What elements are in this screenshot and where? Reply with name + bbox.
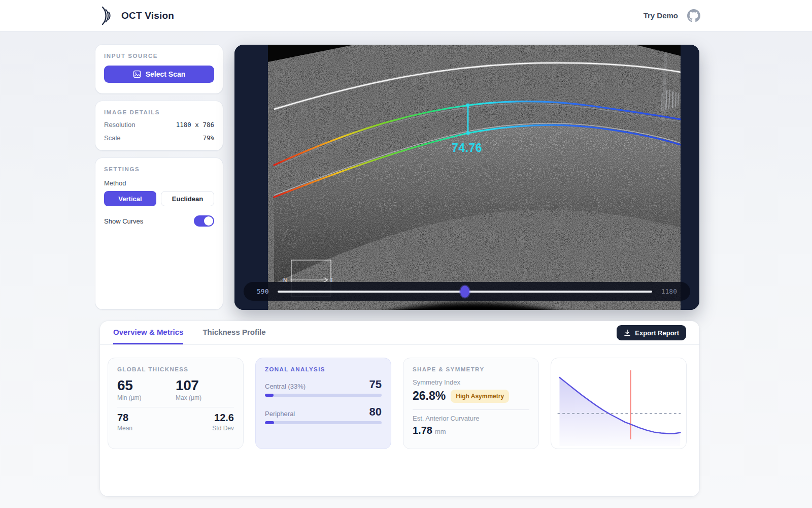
thickness-profile-area — [559, 377, 680, 446]
method-vertical-button[interactable]: Vertical — [104, 191, 156, 206]
scale-label: Scale — [104, 134, 121, 142]
shape-symmetry-title: SHAPE & SYMMETRY — [413, 366, 529, 372]
slider-max-value: 1180 — [661, 288, 677, 295]
shape-symmetry-card: SHAPE & SYMMETRY Symmetry Index 26.8% Hi… — [403, 358, 539, 449]
settings-title: SETTINGS — [104, 166, 214, 172]
oct-scan-image: 74.76 N T — [234, 45, 699, 310]
max-thickness-label: Max (µm) — [176, 394, 234, 401]
min-thickness-value: 65 — [117, 378, 176, 393]
central-zone-row: Central (33%) 75 — [265, 379, 382, 397]
card-divider — [413, 409, 529, 410]
toggle-knob — [204, 216, 213, 226]
curvature-unit: mm — [435, 428, 446, 435]
thickness-sparkline-card — [551, 358, 687, 449]
tab-thickness-profile[interactable]: Thickness Profile — [202, 321, 265, 344]
settings-card: SETTINGS Method Vertical Euclidean Show … — [95, 158, 223, 309]
asymmetry-status-badge: High Asymmetry — [451, 390, 509, 403]
brand: OCT Vision — [99, 6, 174, 26]
try-demo-link[interactable]: Try Demo — [644, 11, 678, 20]
image-details-card: IMAGE DETAILS Resolution 1180 x 786 Scal… — [95, 101, 223, 150]
max-thickness-value: 107 — [176, 378, 234, 393]
max-thickness-metric: 107 Max (µm) — [176, 378, 234, 401]
oct-viewer: 74.76 N T 590 1180 — [234, 45, 699, 310]
show-curves-row: Show Curves — [104, 215, 214, 227]
tab-bar: Overview & Metrics Thickness Profile Exp… — [100, 321, 699, 345]
method-label: Method — [104, 179, 214, 187]
peripheral-zone-label: Peripheral — [265, 410, 295, 418]
input-source-card: INPUT SOURCE Select Scan — [95, 45, 223, 93]
card-divider — [117, 407, 234, 407]
show-curves-label: Show Curves — [104, 217, 143, 225]
mean-thickness-value: 78 — [117, 412, 132, 423]
mean-thickness-label: Mean — [117, 425, 132, 432]
global-thickness-title: GLOBAL THICKNESS — [117, 366, 234, 372]
slice-slider[interactable] — [278, 282, 652, 301]
scale-row: Scale 79% — [104, 134, 214, 142]
stddev-thickness-metric: 12.6 Std Dev — [212, 412, 234, 432]
select-scan-button[interactable]: Select Scan — [104, 66, 214, 83]
stddev-label: Std Dev — [212, 425, 234, 432]
peripheral-zone-value: 80 — [369, 406, 382, 418]
peripheral-zone-row: Peripheral 80 — [265, 406, 382, 424]
stddev-value: 12.6 — [212, 412, 234, 423]
slider-current-value: 590 — [257, 288, 268, 295]
measurement-value-label: 74.76 — [452, 141, 482, 154]
select-scan-label: Select Scan — [146, 70, 186, 78]
global-thickness-card: GLOBAL THICKNESS 65 Min (µm) 107 Max (µm… — [108, 358, 244, 449]
curvature-label: Est. Anterior Curvature — [413, 415, 529, 422]
method-segmented-control: Vertical Euclidean — [104, 191, 214, 206]
symmetry-index-label: Symmetry Index — [413, 378, 529, 386]
cornea-logo-icon — [99, 6, 114, 26]
curvature-value: 1.78 — [413, 425, 432, 436]
peripheral-zone-progress-fill — [265, 421, 274, 424]
image-details-title: IMAGE DETAILS — [104, 109, 214, 115]
mean-thickness-metric: 78 Mean — [117, 412, 132, 432]
export-report-button[interactable]: Export Report — [617, 325, 686, 340]
peripheral-zone-progress — [265, 421, 382, 424]
metrics-panel: Overview & Metrics Thickness Profile Exp… — [100, 321, 699, 496]
export-report-label: Export Report — [635, 329, 679, 337]
input-source-title: INPUT SOURCE — [104, 53, 214, 59]
central-zone-progress — [265, 394, 382, 397]
min-thickness-metric: 65 Min (µm) — [117, 378, 176, 401]
symmetry-index-value: 26.8% — [413, 389, 446, 403]
page-title: OCT Vision — [121, 10, 174, 21]
image-icon — [133, 70, 141, 78]
method-euclidean-button[interactable]: Euclidean — [161, 191, 214, 206]
resolution-row: Resolution 1180 x 786 — [104, 121, 214, 129]
min-thickness-label: Min (µm) — [117, 394, 176, 401]
zonal-analysis-title: ZONAL ANALYSIS — [265, 366, 382, 372]
resolution-label: Resolution — [104, 121, 135, 129]
resolution-value: 1180 x 786 — [176, 121, 214, 129]
download-icon — [624, 329, 631, 336]
show-curves-toggle[interactable] — [194, 215, 214, 227]
central-zone-label: Central (33%) — [265, 383, 306, 390]
github-icon[interactable] — [687, 9, 700, 22]
zonal-analysis-card: ZONAL ANALYSIS Central (33%) 75 Peripher… — [255, 358, 391, 449]
slice-slider-bar: 590 1180 — [244, 282, 690, 301]
scale-value: 79% — [202, 134, 214, 142]
tab-overview-metrics[interactable]: Overview & Metrics — [113, 321, 183, 344]
app-header: OCT Vision Try Demo — [0, 0, 812, 31]
thickness-sparkline-chart — [554, 361, 684, 446]
slider-thumb[interactable] — [460, 285, 469, 297]
metric-cards-row: GLOBAL THICKNESS 65 Min (µm) 107 Max (µm… — [100, 345, 699, 449]
central-zone-progress-fill — [265, 394, 274, 397]
central-zone-value: 75 — [369, 379, 382, 390]
